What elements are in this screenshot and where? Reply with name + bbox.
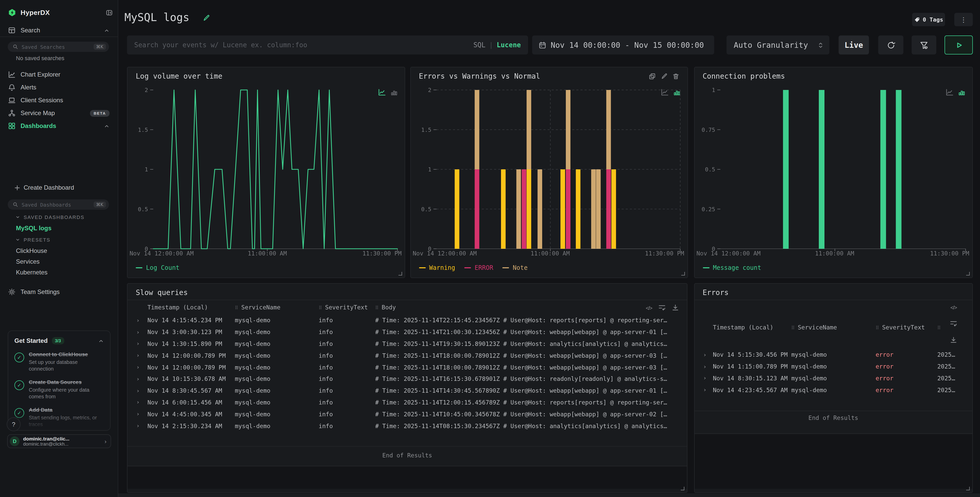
line-chart-toggle-icon[interactable] — [379, 89, 386, 95]
table-row[interactable]: ›Nov 14 12:00:00.789 PMmysql-demoinfo# T… — [127, 361, 687, 373]
row-expand-icon[interactable]: › — [127, 340, 147, 347]
sidebar-item-services[interactable]: Services — [16, 258, 40, 265]
line-chart-toggle-icon[interactable] — [661, 89, 668, 95]
sidebar-item-team-settings[interactable]: Team Settings — [0, 286, 118, 298]
user-menu[interactable]: D dominic.tran@clic... dominic.tran@clic… — [7, 434, 111, 448]
row-expand-icon[interactable]: › — [127, 376, 147, 383]
wrap-text-icon[interactable] — [659, 304, 665, 311]
download-icon[interactable] — [950, 337, 957, 343]
code-view-icon[interactable]: </> — [950, 304, 957, 310]
legend-item[interactable]: Message count — [703, 264, 761, 272]
resize-handle[interactable] — [681, 272, 685, 275]
saved-dashboards-input[interactable] — [22, 202, 94, 207]
sidebar-item-dashboards[interactable]: Dashboards — [0, 120, 118, 132]
row-expand-icon[interactable]: › — [127, 422, 147, 429]
chart-canvas[interactable]: 00.250.50.751 — [694, 85, 972, 253]
section-presets[interactable]: PRESETS — [16, 237, 50, 243]
download-icon[interactable] — [672, 304, 679, 311]
row-expand-icon[interactable]: › — [127, 317, 147, 324]
saved-searches-pill[interactable]: ⌘K — [8, 41, 109, 52]
column-header[interactable]: Timestamp (Local) — [713, 324, 791, 331]
table-row[interactable]: ›Nov 14 4:15:45.234 PMmysql-demoinfo# Ti… — [127, 314, 687, 326]
row-expand-icon[interactable]: › — [127, 329, 147, 335]
duplicate-icon[interactable] — [649, 73, 655, 79]
horizontal-scrollbar[interactable] — [118, 494, 980, 497]
sidebar-item-service-map[interactable]: Service Map BETA — [0, 107, 118, 119]
sidebar-item-clickhouse[interactable]: ClickHouse — [16, 247, 47, 254]
chevron-up-icon[interactable] — [104, 123, 110, 129]
sidebar-item-alerts[interactable]: Alerts — [0, 82, 118, 93]
legend-item[interactable]: Warning — [419, 264, 455, 272]
refresh-button[interactable] — [878, 35, 904, 54]
filter-button[interactable] — [912, 35, 936, 54]
create-dashboard-button[interactable]: Create Dashboard — [0, 182, 118, 193]
row-expand-icon[interactable]: › — [694, 375, 713, 382]
chevron-up-icon[interactable] — [98, 338, 104, 344]
table-row[interactable]: ›Nov 14 6:00:15.456 AMmysql-demoinfo# Ti… — [127, 397, 687, 408]
bar-chart-toggle-icon[interactable] — [391, 89, 398, 95]
table-row[interactable]: ›Nov 14 1:15:00.789 PMmysql-demoerror202… — [694, 361, 972, 373]
saved-dashboards-pill[interactable]: ⌘K — [8, 199, 109, 210]
row-expand-icon[interactable]: › — [694, 387, 713, 394]
column-header[interactable]: ⠿Body — [375, 304, 687, 311]
sidebar-item-kubernetes[interactable]: Kubernetes — [16, 269, 48, 276]
edit-pencil-icon[interactable] — [660, 73, 667, 79]
column-header[interactable]: ⠿ — [937, 324, 972, 331]
event-search-input[interactable] — [134, 41, 473, 49]
resize-handle[interactable] — [681, 487, 684, 490]
row-expand-icon[interactable]: › — [127, 399, 147, 406]
bar-chart-toggle-icon[interactable] — [958, 89, 965, 95]
row-expand-icon[interactable]: › — [127, 411, 147, 418]
resize-handle[interactable] — [398, 272, 402, 275]
table-row[interactable]: ›Nov 14 3:00:30.123 PMmysql-demoinfo# Ti… — [127, 326, 687, 338]
table-row[interactable]: ›Nov 14 4:23:45.567 AMmysql-demoerror202… — [694, 384, 972, 396]
live-button[interactable]: Live — [838, 35, 869, 54]
table-row[interactable]: ›Nov 14 8:30:45.567 AMmysql-demoinfo# Ti… — [127, 385, 687, 397]
help-button[interactable]: ? — [7, 418, 21, 431]
row-expand-icon[interactable]: › — [694, 363, 713, 370]
section-saved-dashboards[interactable]: SAVED DASHBOARDS — [16, 214, 84, 220]
column-header[interactable]: ⠿ServiceName — [791, 324, 876, 331]
run-query-button[interactable] — [945, 35, 973, 54]
delete-trash-icon[interactable] — [672, 73, 679, 79]
get-started-step-connect[interactable]: ✓ Connect to ClickHouse Set up your data… — [14, 351, 104, 372]
get-started-step-sources[interactable]: ✓ Create Data Sources Configure where yo… — [14, 379, 104, 400]
chart-canvas[interactable]: 00.511.52 — [127, 85, 405, 253]
sql-mode-toggle[interactable]: SQL — [473, 41, 485, 49]
row-expand-icon[interactable]: › — [127, 387, 147, 394]
granularity-select[interactable]: Auto Granularity — [727, 35, 829, 54]
code-view-icon[interactable]: </> — [646, 305, 652, 311]
table-scroll-track[interactable] — [127, 467, 687, 489]
row-expand-icon[interactable]: › — [127, 353, 147, 359]
chevron-up-icon[interactable] — [104, 27, 110, 33]
column-header[interactable]: ⠿ServiceName — [235, 304, 318, 311]
chart-canvas[interactable]: 00.511.52 — [410, 85, 687, 253]
sidebar-item-chart-explorer[interactable]: Chart Explorer — [0, 69, 118, 80]
resize-handle[interactable] — [966, 272, 970, 275]
column-header[interactable]: Timestamp (Local) — [147, 304, 235, 311]
line-chart-toggle-icon[interactable] — [946, 89, 953, 95]
tags-button[interactable]: 0 Tags — [912, 13, 945, 26]
legend-item[interactable]: Note — [503, 264, 528, 272]
legend-item[interactable]: ERROR — [464, 264, 493, 272]
row-expand-icon[interactable]: › — [694, 351, 713, 358]
event-search-field[interactable]: SQL | Lucene — [127, 35, 528, 54]
table-row[interactable]: ›Nov 14 12:00:00.789 PMmysql-demoinfo# T… — [127, 350, 687, 362]
column-header[interactable]: ⠿SeverityText — [876, 324, 937, 331]
date-range-picker[interactable]: Nov 14 00:00:00 - Nov 15 00:00:00 — [532, 35, 714, 54]
column-header[interactable]: ⠿SeverityText — [318, 304, 375, 311]
sidebar-item-client-sessions[interactable]: Client Sessions — [0, 95, 118, 106]
table-row[interactable]: ›Nov 14 2:15:30.234 AMmysql-demoinfo# Ti… — [127, 420, 687, 432]
legend-item[interactable]: Log Count — [136, 264, 180, 272]
resize-handle[interactable] — [966, 487, 970, 490]
table-row[interactable]: ›Nov 14 10:15:30.678 AMmysql-demoinfo# T… — [127, 373, 687, 385]
more-options-button[interactable]: ⋮ — [954, 13, 973, 26]
table-row[interactable]: ›Nov 14 8:30:15.123 AMmysql-demoerror202… — [694, 372, 972, 384]
bar-chart-toggle-icon[interactable] — [673, 89, 680, 95]
table-row[interactable]: ›Nov 14 5:15:30.456 PMmysql-demoerror202… — [694, 349, 972, 361]
saved-searches-input[interactable] — [22, 44, 94, 49]
get-started-step-add-data[interactable]: ✓ Add Data Start sending logs, metrics, … — [14, 406, 104, 428]
edit-title-pencil-icon[interactable] — [202, 14, 210, 22]
sidebar-item-search[interactable]: Search — [0, 25, 118, 36]
table-row[interactable]: ›Nov 14 4:45:00.345 AMmysql-demoinfo# Ti… — [127, 408, 687, 420]
